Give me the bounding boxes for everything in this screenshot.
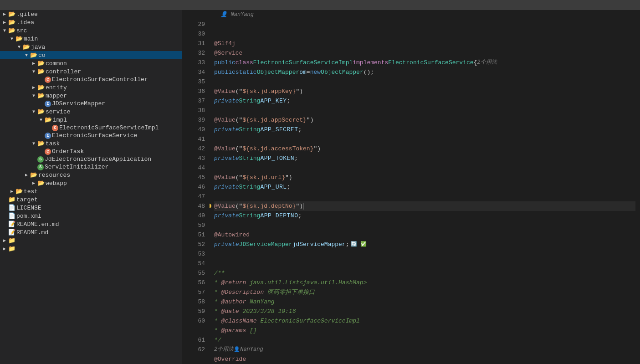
sidebar-item-src[interactable]: ▼📂src xyxy=(0,26,182,35)
code-line-39 xyxy=(214,134,635,144)
tree-item-label: ElectronicSurfaceController xyxy=(52,76,148,83)
tree-item-label: java xyxy=(31,44,45,51)
sidebar-item-external[interactable]: ▶ 📁 xyxy=(0,236,182,245)
tree-item-label: task xyxy=(46,140,60,147)
java-class-icon: C xyxy=(52,125,58,131)
java-class-icon: C xyxy=(45,77,51,83)
code-line-52 xyxy=(214,259,635,268)
tree-item-label: ElectronicSurfaceServiceImpl xyxy=(59,124,159,131)
sidebar-item-main[interactable]: ▼📂main xyxy=(0,35,182,43)
code-line-40: @Value("${sk.jd.accessToken}") xyxy=(214,144,635,154)
sidebar-item-JdElectronicSurfaceApplication[interactable]: SJdElectronicSurfaceApplication xyxy=(0,155,182,163)
sidebar-item-test[interactable]: ▶📂test xyxy=(0,187,182,195)
bulb-icon[interactable] xyxy=(210,204,211,208)
folder-icon: 📂 xyxy=(37,108,45,115)
tree-item-label: resources xyxy=(38,172,70,179)
tree-item-label: ElectronicSurfaceService xyxy=(52,132,137,139)
folder-icon: 📂 xyxy=(8,10,15,18)
code-line-45 xyxy=(214,192,635,201)
sidebar-item-pom_xml[interactable]: 📄pom.xml xyxy=(0,212,182,220)
sidebar-item-target[interactable]: 📁target xyxy=(0,195,182,204)
code-line-54: * @return java.util.List<java.util.HashM… xyxy=(214,278,635,287)
code-line-56: * @author NanYang xyxy=(214,297,635,307)
tree-item-label: impl xyxy=(53,117,67,123)
folder-icon: 📂 xyxy=(37,140,45,147)
line-number: 54 xyxy=(191,259,205,268)
folder-icon-external: 📁 xyxy=(8,237,15,244)
line-number: 42 xyxy=(191,144,205,154)
folder-icon: 📂 xyxy=(30,51,37,59)
line-numbers: 2930313233343536373839404142434445464748… xyxy=(182,10,210,364)
tree-item-label: JDServiceMapper xyxy=(52,100,105,107)
project-tree[interactable]: ▶📂.gitee▶📂.idea▼📂src▼📂main▼📂java▼📂co▶📂co… xyxy=(0,10,182,364)
folder-icon: 📂 xyxy=(37,92,45,99)
code-line-47: private String APP_DEPTNO; xyxy=(214,211,635,220)
sidebar-item-service[interactable]: ▼📂service xyxy=(0,108,182,116)
code-line-60: */ xyxy=(214,335,635,345)
sidebar-item-README_md[interactable]: 📝README.md xyxy=(0,228,182,236)
line-number: 43 xyxy=(191,154,205,163)
sidebar-item-impl[interactable]: ▼📂impl xyxy=(0,116,182,124)
folder-icon: 📂 xyxy=(37,179,45,187)
sidebar-item-JDServiceMapper[interactable]: IJDServiceMapper xyxy=(0,100,182,108)
code-line-59: * @params [] xyxy=(214,326,635,335)
code-line-36 xyxy=(214,106,635,115)
sidebar-item-ElectronicSurfaceService[interactable]: IElectronicSurfaceService xyxy=(0,132,182,139)
code-line-29: @Slf4j xyxy=(214,39,635,48)
sidebar-item-temp[interactable]: ▶ 📁 xyxy=(0,245,182,253)
line-number: 51 xyxy=(191,230,205,240)
java-interface-icon: I xyxy=(45,101,51,107)
folder-icon: 📂 xyxy=(15,188,23,195)
main-layout: ▶📂.gitee▶📂.idea▼📂src▼📂main▼📂java▼📂co▶📂co… xyxy=(0,10,640,364)
line-number: 49 xyxy=(191,211,205,220)
code-line-31: public class ElectronicSurfaceServiceImp… xyxy=(214,58,635,67)
arrow-icon: ▶ xyxy=(8,189,15,194)
sidebar-item-ElectronicSurfaceController[interactable]: CElectronicSurfaceController xyxy=(0,76,182,83)
tree-item-label: test xyxy=(24,188,38,195)
folder-icon: 📂 xyxy=(37,68,45,75)
line-number: 46 xyxy=(191,182,205,192)
java-interface-icon: I xyxy=(45,133,51,139)
tree-item-label: main xyxy=(24,36,38,42)
sidebar-item-README_en_md[interactable]: 📝README.en.md xyxy=(0,220,182,228)
sidebar-item-OrderTask[interactable]: COrderTask xyxy=(0,148,182,155)
author-line: 👤 NanYang xyxy=(214,10,635,20)
arrow-icon: ▼ xyxy=(30,109,37,114)
code-line-55: * @Description 医药零担下单接口 xyxy=(214,287,635,297)
code-editor[interactable]: 2930313233343536373839404142434445464748… xyxy=(182,10,640,364)
arrow-icon: ▼ xyxy=(30,69,37,74)
file-icon: 📄 xyxy=(8,204,15,211)
sidebar-item-_idea[interactable]: ▶📂.idea xyxy=(0,18,182,26)
line-number: 60 xyxy=(191,316,205,326)
sidebar-item-resources[interactable]: ▶📂resources xyxy=(0,171,182,179)
sidebar-item-entity[interactable]: ▶📂entity xyxy=(0,83,182,92)
arrow-icon: ▼ xyxy=(1,28,8,33)
arrow-icon: ▶ xyxy=(30,61,37,66)
sidebar-item-ElectronicSurfaceServiceImpl[interactable]: CElectronicSurfaceServiceImpl xyxy=(0,124,182,132)
line-number: 40 xyxy=(191,125,205,134)
tree-item-label: mapper xyxy=(46,92,67,99)
code-line-57: * @date 2023/3/28 10:16 xyxy=(214,307,635,316)
sidebar-item-mapper[interactable]: ▼📂mapper xyxy=(0,92,182,100)
sidebar-item-java[interactable]: ▼📂java xyxy=(0,43,182,51)
arrow-temp: ▶ xyxy=(1,246,8,251)
sidebar-item-task[interactable]: ▼📂task xyxy=(0,139,182,148)
java-spring-icon: S xyxy=(37,156,44,163)
code-line-43: @Value("${sk.jd.url}") xyxy=(214,173,635,182)
folder-icon-temp: 📁 xyxy=(8,245,15,252)
folder-icon: 📂 xyxy=(23,43,30,51)
sidebar-item-ServletInitializer[interactable]: SServletInitializer xyxy=(0,163,182,171)
code-line-48 xyxy=(214,220,635,230)
tree-item-label: webapp xyxy=(46,180,67,187)
arrow-icon: ▼ xyxy=(23,53,30,58)
folder-icon: 📂 xyxy=(30,171,37,179)
sidebar-item-_gitee[interactable]: ▶📂.gitee xyxy=(0,10,182,18)
sidebar-item-common[interactable]: ▶📂common xyxy=(0,59,182,67)
sidebar-item-co[interactable]: ▼📂co xyxy=(0,51,182,59)
sidebar-item-webapp[interactable]: ▶📂webapp xyxy=(0,179,182,187)
sidebar-item-controller[interactable]: ▼📂controller xyxy=(0,67,182,76)
code-line-44: private String APP_URL; xyxy=(214,182,635,192)
arrow-icon: ▶ xyxy=(1,11,8,17)
sidebar-item-LICENSE[interactable]: 📄LICENSE xyxy=(0,204,182,212)
line-number: 35 xyxy=(191,77,205,87)
